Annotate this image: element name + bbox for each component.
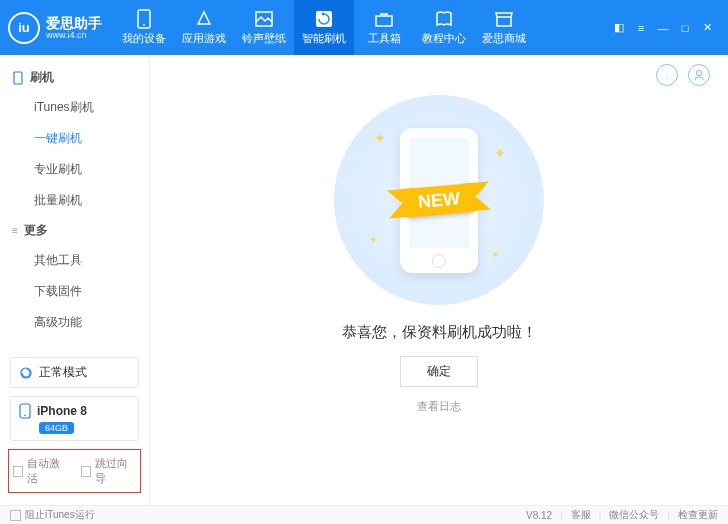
new-ribbon: NEW bbox=[405, 183, 473, 218]
maximize-icon[interactable]: □ bbox=[678, 21, 692, 35]
checkbox-label: 跳过向导 bbox=[95, 456, 136, 486]
device-name: iPhone 8 bbox=[37, 404, 87, 418]
sparkle-icon: ✦ bbox=[494, 145, 506, 161]
mode-label: 正常模式 bbox=[39, 364, 87, 381]
download-icon[interactable]: ↓ bbox=[656, 64, 678, 86]
nav-label: 铃声壁纸 bbox=[242, 31, 286, 46]
sidebar: 刷机 iTunes刷机 一键刷机 专业刷机 批量刷机 ≡ 更多 其他工具 下载固… bbox=[0, 55, 150, 505]
sidebar-item-pro-flash[interactable]: 专业刷机 bbox=[0, 154, 149, 185]
sidebar-item-batch-flash[interactable]: 批量刷机 bbox=[0, 185, 149, 216]
checkbox-auto-activate[interactable]: 自动激活 bbox=[13, 456, 69, 486]
device-phone-icon bbox=[19, 403, 31, 419]
book-icon bbox=[434, 9, 454, 29]
success-message: 恭喜您，保资料刷机成功啦！ bbox=[342, 323, 537, 342]
checkbox-prevent-itunes[interactable]: 阻止iTunes运行 bbox=[10, 508, 95, 522]
checkbox-label: 阻止iTunes运行 bbox=[25, 508, 95, 522]
svg-rect-4 bbox=[376, 16, 392, 26]
toolbox-icon bbox=[374, 9, 394, 29]
mode-box[interactable]: 正常模式 bbox=[10, 357, 139, 388]
store-icon bbox=[494, 9, 514, 29]
checkbox-skip-guide[interactable]: 跳过向导 bbox=[81, 456, 137, 486]
app-header: iu 爱思助手 www.i4.cn 我的设备 应用游戏 铃声壁纸 智能刷机 工具… bbox=[0, 0, 728, 55]
more-icon: ≡ bbox=[12, 225, 18, 236]
nav-smart-flash[interactable]: 智能刷机 bbox=[294, 0, 354, 55]
window-controls: ◧ ≡ — □ ✕ bbox=[606, 21, 720, 35]
nav-apps[interactable]: 应用游戏 bbox=[174, 0, 234, 55]
sidebar-item-download-fw[interactable]: 下载固件 bbox=[0, 276, 149, 307]
sparkle-icon: ✦ bbox=[491, 249, 499, 260]
success-illustration: ✦ ✦ ✦ ✦ NEW bbox=[334, 95, 544, 305]
logo-icon: iu bbox=[8, 12, 40, 44]
svg-point-5 bbox=[697, 71, 702, 76]
storage-badge: 64GB bbox=[39, 422, 74, 434]
menu-icon[interactable]: ≡ bbox=[634, 21, 648, 35]
sidebar-section-flash: 刷机 bbox=[0, 63, 149, 92]
brand-text: 爱思助手 www.i4.cn bbox=[46, 16, 102, 40]
svg-point-9 bbox=[24, 415, 26, 417]
refresh-icon bbox=[314, 9, 334, 29]
nav-label: 我的设备 bbox=[122, 31, 166, 46]
sidebar-item-oneclick-flash[interactable]: 一键刷机 bbox=[0, 123, 149, 154]
section-title: 更多 bbox=[24, 222, 48, 239]
svg-rect-6 bbox=[14, 72, 22, 84]
top-nav: 我的设备 应用游戏 铃声壁纸 智能刷机 工具箱 教程中心 爱思商城 bbox=[114, 0, 606, 55]
apps-icon bbox=[194, 9, 214, 29]
sparkle-icon: ✦ bbox=[374, 130, 386, 146]
options-row-highlighted: 自动激活 跳过向导 bbox=[8, 449, 141, 493]
section-title: 刷机 bbox=[30, 69, 54, 86]
wechat-link[interactable]: 微信公众号 bbox=[609, 508, 659, 522]
flash-icon bbox=[12, 71, 24, 85]
body: 刷机 iTunes刷机 一键刷机 专业刷机 批量刷机 ≡ 更多 其他工具 下载固… bbox=[0, 55, 728, 505]
nav-toolbox[interactable]: 工具箱 bbox=[354, 0, 414, 55]
nav-my-device[interactable]: 我的设备 bbox=[114, 0, 174, 55]
main-content: ✦ ✦ ✦ ✦ NEW 恭喜您，保资料刷机成功啦！ 确定 查看日志 bbox=[150, 55, 728, 505]
sidebar-item-other-tools[interactable]: 其他工具 bbox=[0, 245, 149, 276]
svg-point-1 bbox=[143, 24, 145, 26]
nav-label: 应用游戏 bbox=[182, 31, 226, 46]
brand-subtitle: www.i4.cn bbox=[46, 30, 102, 40]
refresh-circle-icon bbox=[19, 366, 33, 380]
nav-ringtones[interactable]: 铃声壁纸 bbox=[234, 0, 294, 55]
view-log-link[interactable]: 查看日志 bbox=[417, 399, 461, 414]
version-label: V8.12 bbox=[526, 510, 552, 521]
nav-label: 工具箱 bbox=[368, 31, 401, 46]
nav-store[interactable]: 爱思商城 bbox=[474, 0, 534, 55]
sidebar-item-advanced[interactable]: 高级功能 bbox=[0, 307, 149, 338]
support-link[interactable]: 客服 bbox=[571, 508, 591, 522]
minimize-icon[interactable]: — bbox=[656, 21, 670, 35]
brand-logo[interactable]: iu 爱思助手 www.i4.cn bbox=[8, 12, 114, 44]
user-icon[interactable] bbox=[688, 64, 710, 86]
nav-label: 教程中心 bbox=[422, 31, 466, 46]
sidebar-item-itunes-flash[interactable]: iTunes刷机 bbox=[0, 92, 149, 123]
nav-label: 爱思商城 bbox=[482, 31, 526, 46]
sidebar-section-more: ≡ 更多 bbox=[0, 216, 149, 245]
phone-icon bbox=[134, 9, 154, 29]
sparkle-icon: ✦ bbox=[369, 234, 377, 245]
header-actions: ↓ bbox=[656, 64, 718, 86]
nav-label: 智能刷机 bbox=[302, 31, 346, 46]
brand-title: 爱思助手 bbox=[46, 16, 102, 30]
image-icon bbox=[254, 9, 274, 29]
status-bar: 阻止iTunes运行 V8.12 | 客服 | 微信公众号 | 检查更新 bbox=[0, 505, 728, 524]
theme-icon[interactable]: ◧ bbox=[612, 21, 626, 35]
checkbox-label: 自动激活 bbox=[27, 456, 68, 486]
update-link[interactable]: 检查更新 bbox=[678, 508, 718, 522]
device-box[interactable]: iPhone 8 64GB bbox=[10, 396, 139, 441]
nav-tutorials[interactable]: 教程中心 bbox=[414, 0, 474, 55]
ok-button[interactable]: 确定 bbox=[400, 356, 478, 387]
close-icon[interactable]: ✕ bbox=[700, 21, 714, 35]
